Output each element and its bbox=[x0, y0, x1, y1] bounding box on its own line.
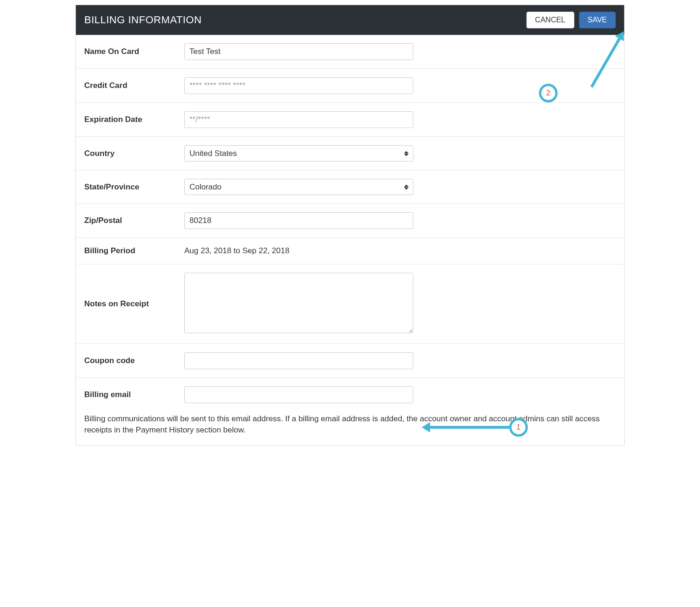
row-coupon: Coupon code bbox=[76, 344, 624, 378]
header-buttons: CANCEL SAVE bbox=[526, 12, 616, 28]
name-on-card-input[interactable] bbox=[184, 43, 413, 60]
label-coupon: Coupon code bbox=[84, 356, 184, 365]
label-zip: Zip/Postal bbox=[84, 216, 184, 225]
label-billing-period: Billing Period bbox=[84, 246, 184, 256]
row-notes: Notes on Receipt bbox=[76, 264, 624, 344]
row-billing-email: Billing email bbox=[76, 378, 624, 411]
label-state: State/Province bbox=[84, 182, 184, 192]
label-name-on-card: Name On Card bbox=[84, 47, 184, 56]
billing-email-help-text: Billing communications will be sent to t… bbox=[76, 411, 624, 445]
label-billing-email: Billing email bbox=[84, 390, 184, 399]
billing-period-value: Aug 23, 2018 to Sep 22, 2018 bbox=[184, 246, 289, 256]
label-credit-card: Credit Card bbox=[84, 81, 184, 90]
label-expiration: Expiration Date bbox=[84, 115, 184, 124]
row-credit-card: Credit Card bbox=[76, 69, 624, 103]
row-billing-period: Billing Period Aug 23, 2018 to Sep 22, 2… bbox=[76, 238, 624, 264]
billing-info-panel: BILLING INFORMATION CANCEL SAVE Name On … bbox=[75, 5, 625, 445]
state-select[interactable]: Colorado bbox=[184, 179, 413, 195]
row-state: State/Province Colorado bbox=[76, 170, 624, 204]
panel-header: BILLING INFORMATION CANCEL SAVE bbox=[76, 5, 624, 35]
notes-textarea[interactable] bbox=[184, 273, 413, 333]
label-notes: Notes on Receipt bbox=[84, 299, 184, 309]
billing-email-input[interactable] bbox=[184, 386, 413, 403]
zip-input[interactable] bbox=[184, 212, 413, 229]
cancel-button[interactable]: CANCEL bbox=[526, 12, 574, 28]
row-name-on-card: Name On Card bbox=[76, 35, 624, 69]
save-button[interactable]: SAVE bbox=[579, 12, 616, 28]
coupon-input[interactable] bbox=[184, 352, 413, 369]
row-expiration: Expiration Date bbox=[76, 103, 624, 137]
row-country: Country United States bbox=[76, 137, 624, 170]
expiration-input[interactable] bbox=[184, 111, 413, 128]
credit-card-input[interactable] bbox=[184, 77, 413, 94]
panel-title: BILLING INFORMATION bbox=[84, 14, 202, 26]
country-select[interactable]: United States bbox=[184, 145, 413, 162]
label-country: Country bbox=[84, 149, 184, 158]
row-zip: Zip/Postal bbox=[76, 204, 624, 238]
